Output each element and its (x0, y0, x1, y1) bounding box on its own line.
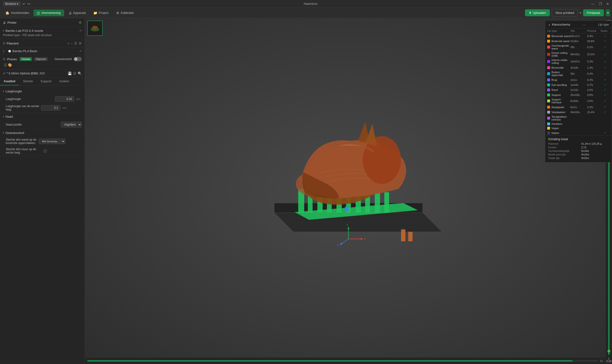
maximize-button[interactable]: ❐ (599, 2, 602, 6)
color-name: Support interface (551, 98, 570, 104)
color-check-box[interactable]: ✓ (600, 88, 610, 91)
filament-add-button[interactable]: + (67, 41, 69, 45)
advanced-label: Geavanceerd (54, 57, 72, 61)
upload-button[interactable]: ⬆ Uploaden (525, 9, 550, 16)
filament-number: 1 (3, 50, 7, 53)
color-check-box[interactable]: ✓ (600, 34, 610, 38)
col-show-header: Tonen (600, 29, 610, 32)
process-header: ⬡ Proces Globale Objecten Geavanceerd ☰ … (0, 54, 85, 70)
color-name: Bodem oppervlak (551, 71, 570, 77)
badge-global[interactable]: Globale (20, 57, 32, 61)
nav-item-voorbereiden[interactable]: 🏠 Voorbereiden (2, 10, 33, 16)
filament-settings-button[interactable]: ⚙ (79, 41, 82, 45)
undo-icon[interactable]: ↩ (23, 2, 25, 6)
color-check-box[interactable]: ✓ (600, 78, 610, 81)
color-panel: ▲ Kleurschema — Lijn type Lijn type Tijd… (545, 21, 612, 162)
color-check-box[interactable]: ✓ (600, 83, 610, 87)
color-pct: 0,2% (587, 46, 600, 49)
naad-header[interactable]: ▾ Naad (0, 113, 85, 120)
printer-icon: 🖨 (68, 11, 72, 15)
naad-group: ▾ Naad Naad positie Uitgelijnd (0, 113, 85, 129)
color-pct: 28,8% (587, 40, 600, 43)
nav-item-apparaat[interactable]: 🖨 Apparaat (65, 10, 89, 16)
slider-thumb-bottom[interactable] (607, 350, 610, 352)
filament-remove-button[interactable]: − (71, 41, 73, 45)
color-check-box[interactable]: ✓ (600, 60, 610, 63)
slice-arrow-icon[interactable]: ▾ (580, 11, 581, 14)
estimate-row: Totale tijd: 4h25m (548, 157, 609, 159)
printer-settings-button[interactable]: ⚙ (79, 21, 82, 24)
advanced-toggle[interactable] (74, 57, 82, 61)
color-row: Support interface 6m50s 2,6% ✓ (545, 97, 612, 104)
color-check-box[interactable]: ✓ (600, 99, 610, 103)
eerste-laag-input[interactable] (41, 105, 60, 110)
color-row: Bovenvlak 3m18s 1,3% ✓ (545, 65, 612, 70)
estimate-row: Kosten: 3,13 (548, 146, 609, 149)
nav-label-voorvertoning: Voorvertoning (41, 11, 61, 14)
geavanceerd-header[interactable]: ▾ Geavanceerd (0, 129, 85, 137)
process-title: Proces (7, 57, 17, 61)
nav-item-kalibratie[interactable]: ⚙ Kalibratie (113, 10, 137, 16)
nav-item-voorvertoning[interactable]: ◫ Voorvertoning (33, 10, 64, 16)
estimate-row: Voorbereidingstijd: 5m46s (548, 149, 609, 152)
process-icon: ⬡ (3, 57, 5, 61)
color-name: Vegen (551, 127, 570, 130)
color-name: Overhangende wand (551, 44, 570, 50)
minimize-button[interactable]: — (591, 2, 595, 6)
color-swatch (547, 78, 550, 81)
filament-edit-icon[interactable]: ✏ (80, 50, 82, 53)
color-row: Brug 1m1s 0,4% ✓ (545, 77, 612, 82)
close-button[interactable]: ✕ (606, 2, 609, 6)
color-time: 13m57s (570, 60, 587, 63)
bovenste-oppervlakken-select[interactable]: Alle bovenop... (39, 139, 65, 144)
profile-row: ↺ * 0.16mm Optimal @BBL X1C 💾 ☰ 🔍 (0, 70, 85, 78)
eerste-laag-muur-checkbox[interactable] (43, 149, 47, 153)
naad-positie-select[interactable]: Uitgelijnd (61, 122, 82, 128)
color-panel-collapse-icon[interactable]: ▲ (548, 23, 550, 26)
tab-sterkte[interactable]: Sterkte (19, 78, 37, 85)
color-name: Brug (551, 78, 570, 81)
process-paint-button[interactable]: 🎨 (8, 63, 12, 67)
profile-refresh-icon[interactable]: ↺ (3, 72, 5, 75)
tab-andere[interactable]: Andere (55, 78, 73, 85)
color-check-box[interactable]: ✓ (600, 53, 610, 56)
print-button[interactable]: Printplaat (583, 9, 604, 16)
tab-kwaliteit[interactable]: Kwaliteit (0, 78, 19, 85)
filament-list-button[interactable]: ☰ (74, 41, 77, 45)
printer-edit-icon[interactable]: ✏ (80, 29, 82, 32)
profile-save-button[interactable]: 💾 (68, 72, 72, 75)
color-check-box[interactable]: ✓ (600, 93, 610, 97)
tab-support[interactable]: Support (37, 78, 55, 85)
redo-icon[interactable]: ↪ (27, 2, 30, 6)
color-check-box[interactable]: ✓ (600, 39, 610, 43)
svg-text:Y: Y (347, 224, 348, 226)
profile-search-button[interactable]: 🔍 (78, 72, 82, 75)
laaghoogte-header[interactable]: ▾ Laaghoogte (0, 88, 85, 95)
printer-chevron-icon: ▾ (3, 29, 4, 32)
color-row: Aangepast 6m1s 2,3% ✓ (545, 104, 612, 110)
color-check-box[interactable]: ✓ (600, 66, 610, 69)
estimates-title: Schatting totaal (548, 138, 609, 141)
color-check-box[interactable]: ✓ (600, 45, 610, 49)
badge-objects[interactable]: Objecten (34, 57, 48, 61)
nav-item-project[interactable]: 📁 Project (90, 10, 112, 16)
color-check-box[interactable]: ✓ (600, 131, 610, 135)
color-check-box[interactable]: ✓ (600, 105, 610, 109)
printer-name-text: Bambu Lab P1S 0.4 nozzle (5, 29, 43, 33)
process-list-button[interactable]: ☰ (4, 63, 7, 67)
print-label: Printplaat (587, 11, 600, 14)
thumbnail-1[interactable] (87, 21, 103, 36)
bestand-button[interactable]: Bestand ▾ (3, 1, 21, 6)
color-swatch (547, 111, 550, 114)
check-icon: ✓ (604, 60, 607, 63)
color-check-box[interactable]: ✓ (600, 110, 610, 114)
color-pct: 0,7% (587, 83, 600, 86)
color-check-box[interactable]: ✓ (600, 72, 610, 76)
laaghoogte-input[interactable] (55, 96, 74, 102)
layer-progress-bar[interactable] (87, 360, 598, 362)
naad-positie-label: Naad positie (6, 123, 59, 126)
slice-button[interactable]: Slice printbed (552, 9, 578, 16)
check-icon: ✓ (604, 99, 607, 103)
profile-list-button[interactable]: ☰ (73, 72, 76, 75)
print-arrow-icon[interactable]: ▾ (606, 10, 610, 16)
